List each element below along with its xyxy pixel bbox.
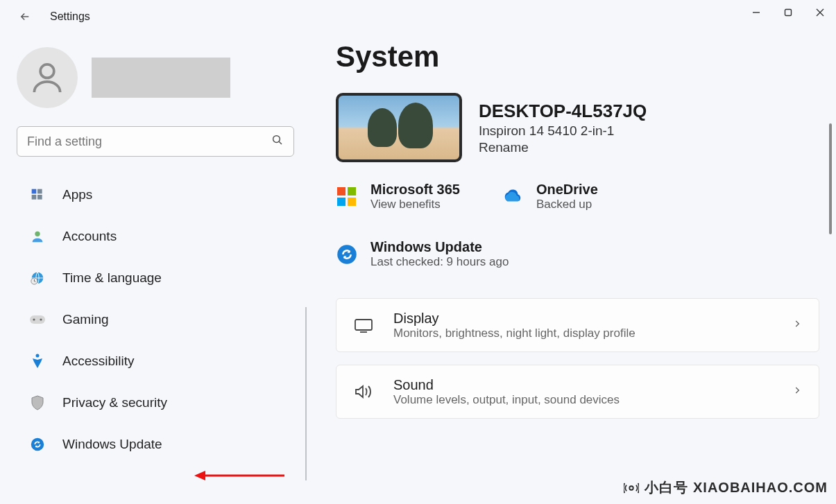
sidebar-item-privacy-security[interactable]: Privacy & security	[17, 385, 289, 420]
rename-link[interactable]: Rename	[479, 140, 647, 155]
accounts-icon	[29, 228, 46, 245]
svg-line-4	[279, 141, 282, 144]
page-title: System	[336, 40, 819, 73]
svg-rect-12	[30, 315, 45, 324]
card-display[interactable]: Display Monitors, brightness, night ligh…	[336, 298, 819, 352]
titlebar: Settings	[0, 0, 836, 33]
svg-point-21	[337, 245, 357, 264]
sidebar-item-label: Time & language	[62, 270, 162, 286]
update-icon	[336, 243, 358, 266]
maximize-button[interactable]	[772, 0, 804, 25]
microsoft-logo-icon	[336, 186, 358, 208]
tile-title: OneDrive	[536, 182, 598, 198]
tile-onedrive[interactable]: OneDrive Backed up	[502, 182, 598, 211]
svg-rect-20	[348, 198, 356, 206]
sidebar-item-label: Accounts	[62, 229, 117, 244]
svg-rect-5	[32, 189, 37, 194]
sidebar-item-apps[interactable]: Apps	[17, 177, 289, 212]
shield-icon	[29, 394, 46, 411]
status-tiles: Microsoft 365 View benefits OneDrive Bac…	[336, 182, 819, 269]
svg-rect-22	[355, 320, 372, 330]
device-model: Inspiron 14 5410 2-in-1	[479, 123, 647, 139]
svg-rect-17	[337, 187, 346, 195]
sound-icon	[353, 383, 374, 400]
svg-rect-8	[37, 195, 42, 200]
sidebar-item-time-language[interactable]: Time & language	[17, 261, 289, 295]
sidebar-item-accessibility[interactable]: Accessibility	[17, 344, 289, 379]
device-thumbnail	[336, 93, 462, 162]
sidebar-item-label: Apps	[62, 187, 92, 202]
svg-rect-7	[32, 195, 37, 200]
avatar	[17, 47, 78, 108]
window-controls	[740, 0, 836, 25]
device-info: DESKTOP-4L537JQ Inspiron 14 5410 2-in-1 …	[479, 101, 647, 155]
tile-windows-update[interactable]: Windows Update Last checked: 9 hours ago	[336, 239, 819, 269]
app-title: Settings	[50, 10, 90, 23]
tile-microsoft365[interactable]: Microsoft 365 View benefits	[336, 182, 460, 211]
card-sub: Volume levels, output, input, sound devi…	[393, 393, 773, 407]
svg-point-26	[630, 486, 634, 490]
search-icon	[271, 134, 284, 149]
card-sub: Monitors, brightness, night light, displ…	[393, 327, 773, 340]
tile-title: Microsoft 365	[370, 182, 460, 198]
sidebar-item-gaming[interactable]: Gaming	[17, 302, 289, 337]
watermark: 小白号 XIAOBAIHAO.COM	[624, 478, 828, 497]
device-row: DESKTOP-4L537JQ Inspiron 14 5410 2-in-1 …	[336, 93, 819, 162]
scrollbar-thumb[interactable]	[829, 123, 832, 234]
update-icon	[29, 436, 46, 453]
tile-sub: Last checked: 9 hours ago	[370, 255, 509, 269]
minimize-button[interactable]	[740, 0, 772, 25]
chevron-right-icon	[792, 385, 802, 398]
globe-clock-icon	[29, 270, 46, 286]
tile-sub: Backed up	[536, 198, 598, 211]
sidebar-item-label: Gaming	[62, 312, 109, 327]
back-button[interactable]	[12, 4, 37, 29]
svg-rect-1	[785, 10, 792, 16]
svg-rect-19	[337, 198, 346, 206]
card-title: Display	[393, 311, 773, 327]
sidebar: Apps Accounts Time & language Gaming	[0, 33, 305, 504]
card-title: Sound	[393, 377, 773, 393]
svg-point-13	[33, 318, 35, 320]
main-panel: System DESKTOP-4L537JQ Inspiron 14 5410 …	[305, 33, 836, 504]
profile-block[interactable]	[17, 47, 289, 108]
svg-point-16	[31, 438, 44, 451]
gaming-icon	[29, 311, 46, 328]
tile-title: Windows Update	[370, 239, 509, 255]
sidebar-nav: Apps Accounts Time & language Gaming	[17, 177, 289, 462]
accessibility-icon	[29, 353, 46, 370]
card-sound[interactable]: Sound Volume levels, output, input, soun…	[336, 365, 819, 419]
onedrive-icon	[502, 186, 524, 208]
display-icon	[353, 318, 374, 333]
svg-point-9	[35, 232, 40, 236]
settings-cards: Display Monitors, brightness, night ligh…	[336, 298, 819, 419]
search-box[interactable]	[17, 126, 294, 157]
sidebar-item-label: Privacy & security	[62, 395, 167, 410]
device-name: DESKTOP-4L537JQ	[479, 101, 647, 122]
svg-rect-6	[37, 189, 42, 194]
close-button[interactable]	[804, 0, 836, 25]
chevron-right-icon	[792, 319, 802, 331]
sidebar-item-label: Windows Update	[62, 437, 162, 452]
sidebar-item-accounts[interactable]: Accounts	[17, 219, 289, 254]
svg-rect-18	[348, 187, 356, 195]
apps-icon	[29, 186, 46, 203]
search-input[interactable]	[27, 134, 271, 149]
svg-point-3	[273, 136, 280, 143]
sidebar-item-windows-update[interactable]: Windows Update	[17, 427, 289, 462]
sidebar-item-label: Accessibility	[62, 354, 134, 369]
svg-point-15	[36, 354, 40, 358]
tile-sub: View benefits	[370, 198, 460, 211]
svg-point-14	[40, 318, 42, 320]
user-name-placeholder	[92, 58, 230, 98]
svg-point-2	[40, 64, 54, 78]
